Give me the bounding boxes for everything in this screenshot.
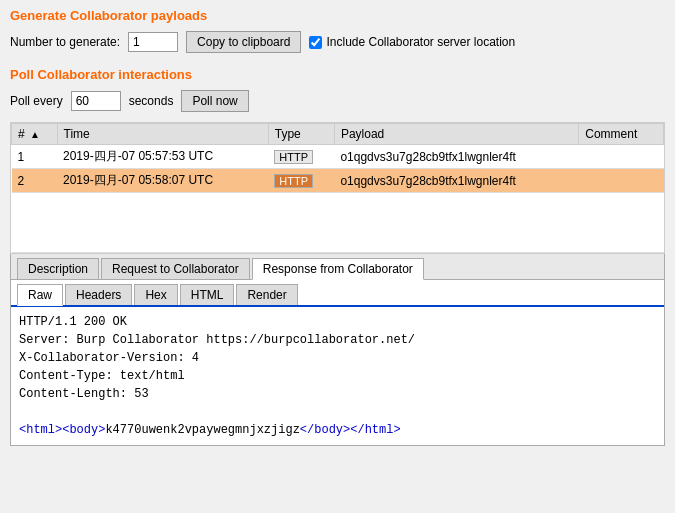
- main-tabs: Description Request to Collaborator Resp…: [11, 254, 664, 280]
- sub-tab-render[interactable]: Render: [236, 284, 297, 305]
- sub-tab-headers[interactable]: Headers: [65, 284, 132, 305]
- response-line3: X-Collaborator-Version: 4: [19, 349, 656, 367]
- response-blank-line: [19, 403, 656, 421]
- col-header-payload: Payload: [334, 124, 578, 145]
- poll-seconds-text: seconds: [129, 94, 174, 108]
- row1-payload: o1qgdvs3u7g28cb9tfx1lwgnler4ft: [334, 145, 578, 169]
- poll-seconds-input[interactable]: [71, 91, 121, 111]
- include-location-text: Include Collaborator server location: [326, 35, 515, 49]
- http-badge-selected: HTTP: [274, 174, 313, 188]
- html-content: k4770uwenk2vpaywegmnjxzjigz: [105, 423, 299, 437]
- tab-response-from-collaborator[interactable]: Response from Collaborator: [252, 258, 424, 280]
- sub-tab-hex[interactable]: Hex: [134, 284, 177, 305]
- include-location-label[interactable]: Include Collaborator server location: [309, 35, 515, 49]
- number-label: Number to generate:: [10, 35, 120, 49]
- sub-tabs: Raw Headers Hex HTML Render: [11, 280, 664, 307]
- table-row[interactable]: 1 2019-四月-07 05:57:53 UTC HTTP o1qgdvs3u…: [12, 145, 664, 169]
- row2-num: 2: [12, 169, 58, 193]
- row1-type: HTTP: [268, 145, 334, 169]
- tab-request-to-collaborator[interactable]: Request to Collaborator: [101, 258, 250, 279]
- response-line5: Content-Length: 53: [19, 385, 656, 403]
- http-badge: HTTP: [274, 150, 313, 164]
- poll-now-button[interactable]: Poll now: [181, 90, 248, 112]
- row2-payload: o1qgdvs3u7g28cb9tfx1lwgnler4ft: [334, 169, 578, 193]
- row1-num: 1: [12, 145, 58, 169]
- sort-arrow: ▲: [30, 129, 40, 140]
- response-line2: Server: Burp Collaborator https://burpco…: [19, 331, 656, 349]
- poll-every-label: Poll every: [10, 94, 63, 108]
- response-line1: HTTP/1.1 200 OK: [19, 313, 656, 331]
- sub-tab-raw[interactable]: Raw: [17, 284, 63, 306]
- number-input[interactable]: [128, 32, 178, 52]
- table-row[interactable]: 2 2019-四月-07 05:58:07 UTC HTTP o1qgdvs3u…: [12, 169, 664, 193]
- response-content: HTTP/1.1 200 OK Server: Burp Collaborato…: [11, 307, 664, 445]
- html-close-tag: </body></html>: [300, 423, 401, 437]
- generate-title: Generate Collaborator payloads: [10, 8, 665, 23]
- row2-time: 2019-四月-07 05:58:07 UTC: [57, 169, 268, 193]
- copy-to-clipboard-button[interactable]: Copy to clipboard: [186, 31, 301, 53]
- html-open-tag: <html><body>: [19, 423, 105, 437]
- col-header-type: Type: [268, 124, 334, 145]
- row1-time: 2019-四月-07 05:57:53 UTC: [57, 145, 268, 169]
- sub-tab-html[interactable]: HTML: [180, 284, 235, 305]
- row2-comment: [579, 169, 664, 193]
- row1-comment: [579, 145, 664, 169]
- poll-title: Poll Collaborator interactions: [10, 67, 665, 82]
- row2-type: HTTP: [268, 169, 334, 193]
- col-header-num: # ▲: [12, 124, 58, 145]
- response-line4: Content-Type: text/html: [19, 367, 656, 385]
- col-header-time: Time: [57, 124, 268, 145]
- response-html-line: <html><body>k4770uwenk2vpaywegmnjxzjigz<…: [19, 421, 656, 439]
- col-header-comment: Comment: [579, 124, 664, 145]
- tab-description[interactable]: Description: [17, 258, 99, 279]
- empty-row: [12, 193, 664, 253]
- include-location-checkbox[interactable]: [309, 36, 322, 49]
